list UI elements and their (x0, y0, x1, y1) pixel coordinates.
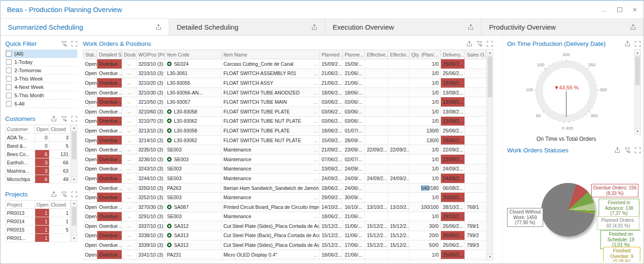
tab-detailed-scheduling[interactable]: Detailed Scheduling (169, 19, 325, 35)
column-header[interactable]: Qty. (Plan/... (409, 50, 441, 59)
column-header[interactable]: Open (35, 125, 49, 133)
work-order-row[interactable]: OpenOverdue ...→3244/10 (3)SE003...Maint… (83, 174, 486, 183)
scroll-up-button[interactable]: ▲ (634, 50, 641, 56)
column-header[interactable]: WO/Pos (Prior.) (136, 50, 165, 59)
expand-icon[interactable] (635, 41, 641, 47)
filter-icon[interactable] (61, 191, 67, 197)
column-header[interactable]: Project (6, 201, 35, 209)
scroll-down-button[interactable]: ▼ (71, 176, 77, 183)
work-order-row[interactable]: OpenOverdue ...→3243/10 (3)SE003...Maint… (83, 164, 486, 174)
table-row[interactable]: PR001...1 (6, 234, 70, 242)
quick-filter-option[interactable]: 2-Tomorrow (5, 66, 77, 75)
quick-filter-option[interactable]: 3-This Week (5, 75, 77, 83)
window-close-button[interactable]: ✕ (632, 7, 637, 13)
checkbox-icon[interactable] (6, 51, 12, 57)
work-order-row[interactable]: OpenOverdue ...→3210/30 (3)L30-93056-AN.… (83, 88, 486, 97)
export-icon[interactable] (625, 41, 631, 47)
work-order-row[interactable]: OpenOverdue ...→3291/10 (3)SE003...Maint… (83, 212, 486, 221)
quick-filter-option[interactable]: 5-This Month (5, 91, 77, 100)
export-icon[interactable] (466, 41, 472, 47)
export-icon[interactable] (51, 116, 57, 122)
work-order-row[interactable]: OpenOverdue ...→3250/10 (3)PA263Iberian … (83, 183, 486, 193)
column-header[interactable]: Doub... (122, 50, 136, 59)
column-header[interactable]: Effective... (365, 50, 388, 59)
work-order-row[interactable]: OpenOverdue ...→3252/10 (3)SE003...Maint… (83, 193, 486, 202)
column-header[interactable]: Open (35, 201, 49, 209)
work-orders-scrollbar[interactable]: ▲ ▼ (487, 50, 493, 260)
scrollbar-thumb[interactable] (635, 57, 640, 85)
work-order-row[interactable]: OpenOverdue ...→3236/10 (3)SE003...Maint… (83, 154, 486, 164)
scroll-up-button[interactable]: ▲ (71, 200, 77, 207)
checkbox-icon[interactable] (6, 84, 12, 90)
on-time-scrollbar[interactable]: ▲ ▼ (634, 50, 641, 135)
column-header[interactable]: Sales O... (465, 50, 486, 59)
table-row[interactable]: PR001311 (6, 209, 70, 217)
expand-icon[interactable] (71, 41, 77, 47)
export-icon[interactable] (630, 24, 636, 30)
table-row[interactable]: Mashina...363 (6, 167, 70, 175)
export-icon[interactable] (51, 191, 57, 197)
work-order-row[interactable]: OpenOverdue ...→3341/10 (3)PA231...Micro… (83, 250, 486, 259)
work-order-row[interactable]: OpenOverdue ...→3210/10 (3)L30-3061...FL… (83, 69, 486, 78)
work-order-row[interactable]: OpenOverdue ...→3210/20 (3)L30-93055...F… (83, 78, 486, 88)
scrollbar-track[interactable] (634, 56, 641, 128)
checkbox-icon[interactable] (6, 76, 12, 82)
checkbox-icon[interactable] (6, 93, 12, 98)
scrollbar-track[interactable] (487, 56, 493, 254)
work-order-row[interactable]: OpenOverdue ...→3270/30 (3)SA087Printed … (83, 202, 486, 212)
scrollbar-thumb[interactable] (72, 207, 76, 226)
scroll-up-button[interactable]: ▲ (487, 50, 493, 56)
checkbox-icon[interactable] (6, 59, 12, 65)
table-row[interactable]: Band &...05 (6, 142, 70, 150)
work-order-row[interactable]: OpenOverdue ...→3214/10 (3)L30-93062...F… (83, 135, 486, 145)
quick-filter-option[interactable]: (All) (5, 50, 77, 58)
projects-scrollbar[interactable]: ▲ ▼ (71, 200, 77, 242)
quick-filter-option[interactable]: 4-Next Week (5, 83, 77, 91)
scrollbar-thumb[interactable] (488, 57, 492, 97)
column-header[interactable]: Stat... (83, 50, 97, 59)
column-header[interactable]: Closed (49, 201, 70, 209)
column-header[interactable]: Planned ... (320, 50, 343, 59)
scroll-up-button[interactable]: ▲ (71, 125, 77, 131)
table-row[interactable]: Microchips649 (6, 175, 70, 183)
filter-icon[interactable] (61, 116, 67, 122)
table-row[interactable]: Bees Co...6131 (6, 150, 70, 158)
table-row[interactable]: ADA Te...03 (6, 133, 70, 142)
work-order-row[interactable]: OpenOverdue ...→3235/10 (3)SE003...Maint… (83, 145, 486, 155)
filter-icon[interactable] (61, 41, 67, 47)
scroll-down-button[interactable]: ▼ (71, 235, 77, 242)
quick-filter-option[interactable]: 6-All (5, 100, 77, 108)
column-header[interactable]: Effectiv... (388, 50, 409, 59)
scrollbar-track[interactable] (71, 131, 77, 176)
expand-icon[interactable] (487, 41, 493, 47)
work-order-row[interactable]: OpenOverdue ...→3339/10 (3)SA312Cut Stee… (83, 240, 486, 250)
scrollbar-track[interactable] (71, 207, 77, 235)
work-order-row[interactable]: OpenOverdue ...→3203/10 (3)SE024...Carca… (83, 59, 486, 69)
tab-productivity-overview[interactable]: Productivity Overview (482, 19, 644, 35)
column-header[interactable]: Item Name (222, 50, 320, 59)
checkbox-icon[interactable] (6, 101, 12, 107)
export-icon[interactable] (155, 24, 161, 30)
column-header[interactable]: Customer (6, 125, 35, 133)
work-order-row[interactable]: OpenOverdue ...→3210/50 (3)L30-93057...F… (83, 97, 486, 107)
column-header[interactable]: Item Code (165, 50, 222, 59)
work-order-row[interactable]: OpenOverdue ...→3337/10 (1)SA312Cut Stee… (83, 221, 486, 231)
scrollbar-thumb[interactable] (72, 132, 76, 159)
export-icon[interactable] (614, 147, 620, 153)
expand-icon[interactable] (71, 191, 77, 197)
scroll-down-button[interactable]: ▼ (487, 254, 493, 260)
expand-icon[interactable] (635, 147, 641, 153)
column-header[interactable]: Detailed S... (97, 50, 122, 59)
quick-filter-option[interactable]: 1-Today (5, 58, 77, 66)
column-header[interactable]: Closed (49, 125, 70, 133)
table-row[interactable]: PR001411 (6, 217, 70, 226)
work-order-row[interactable]: OpenOverdue ...→3213/10 (3)L30-93058...F… (83, 126, 486, 136)
column-header[interactable]: Planne... (343, 50, 365, 59)
customers-scrollbar[interactable]: ▲ ▼ (71, 125, 77, 183)
work-order-row[interactable]: OpenOverdue ...→3210/70 (3)L30-93062...F… (83, 116, 486, 126)
work-order-row[interactable]: OpenOverdue ...→3343/10 (3)SE003...Maint… (83, 259, 486, 261)
filter-icon[interactable] (625, 147, 631, 153)
export-icon[interactable] (468, 24, 474, 30)
table-row[interactable]: Earthsh...366 (6, 158, 70, 167)
filter-icon[interactable] (477, 41, 483, 47)
